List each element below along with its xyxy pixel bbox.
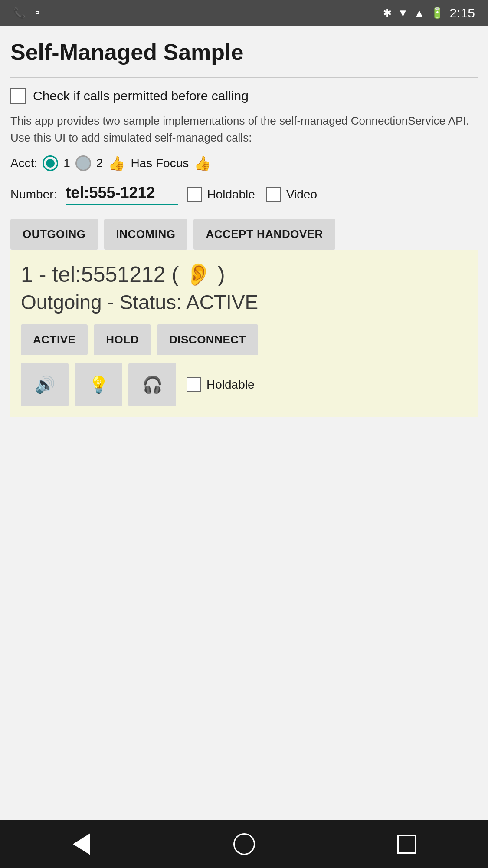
video-label: Video — [286, 188, 317, 201]
icon-buttons-row: 🔊 💡 🎧 Holdable — [21, 363, 467, 406]
recent-icon — [397, 835, 416, 854]
back-button[interactable] — [64, 827, 99, 861]
headphones-button[interactable]: 🎧 — [128, 363, 176, 406]
thumbsup1-icon: 👍 — [108, 155, 125, 172]
disconnect-button[interactable]: DISCONNECT — [157, 324, 258, 355]
description-text: This app provides two sample implementat… — [10, 112, 478, 146]
holdable-checkbox[interactable] — [187, 187, 202, 202]
acct1-num: 1 — [63, 156, 70, 170]
call-status-text: Outgoing - Status: ACTIVE — [21, 290, 467, 314]
status-bar-right: ✱ ▼ ▲ 🔋 2:15 — [383, 6, 475, 20]
home-icon — [233, 833, 255, 855]
main-content: Self-Managed Sample Check if calls permi… — [0, 26, 488, 820]
number-label: Number: — [10, 188, 57, 201]
incoming-button[interactable]: INCOMING — [104, 219, 188, 250]
wifi-icon: ▼ — [398, 7, 408, 19]
sync-icon: ⚬ — [33, 7, 42, 19]
bulb-icon: 💡 — [88, 375, 109, 394]
bulb-button[interactable]: 💡 — [75, 363, 122, 406]
checkbox-row[interactable]: Check if calls permitted before calling — [10, 88, 478, 104]
status-time: 2:15 — [450, 6, 475, 20]
card-holdable-checkbox[interactable] — [187, 377, 201, 392]
call-number-text: 1 - tel:5551212 ( 👂 ) — [21, 262, 467, 287]
acct-row: Acct: 1 2 👍 Has Focus 👍 — [10, 155, 478, 172]
battery-icon: 🔋 — [431, 7, 444, 19]
call-action-buttons: ACTIVE HOLD DISCONNECT — [21, 324, 467, 355]
acct2-radio[interactable] — [75, 155, 91, 171]
holdable-row: Holdable Video — [187, 187, 317, 202]
headphones-icon: 🎧 — [142, 375, 163, 394]
acct2-num: 2 — [96, 156, 103, 170]
outgoing-button[interactable]: OUTGOING — [10, 219, 98, 250]
action-buttons: OUTGOING INCOMING ACCEPT HANDOVER — [10, 219, 478, 250]
active-button[interactable]: ACTIVE — [21, 324, 88, 355]
acct-label: Acct: — [10, 156, 37, 170]
divider — [10, 77, 478, 78]
home-button[interactable] — [227, 827, 262, 861]
recent-button[interactable] — [390, 827, 424, 861]
status-bar-left: 📞 ⚬ — [13, 7, 42, 19]
app-title: Self-Managed Sample — [10, 39, 478, 65]
card-holdable-label: Holdable — [206, 378, 255, 392]
number-input[interactable] — [66, 184, 178, 205]
speaker-icon: 🔊 — [35, 375, 55, 394]
thumbsup2-icon: 👍 — [194, 155, 211, 172]
speaker-button[interactable]: 🔊 — [21, 363, 69, 406]
acct1-radio[interactable] — [43, 155, 58, 171]
permit-label: Check if calls permitted before calling — [33, 89, 249, 103]
has-focus-label: Has Focus — [131, 156, 189, 170]
bottom-nav — [0, 820, 488, 868]
permit-checkbox[interactable] — [10, 88, 26, 104]
voicemail-icon: 📞 — [13, 7, 26, 19]
holdable-label: Holdable — [207, 188, 255, 201]
accept-handover-button[interactable]: ACCEPT HANDOVER — [193, 219, 335, 250]
empty-space — [10, 417, 478, 820]
call-card: 1 - tel:5551212 ( 👂 ) Outgoing - Status:… — [10, 250, 478, 417]
hold-button[interactable]: HOLD — [94, 324, 151, 355]
signal-icon: ▲ — [414, 7, 425, 19]
status-bar: 📞 ⚬ ✱ ▼ ▲ 🔋 2:15 — [0, 0, 488, 26]
bluetooth-icon: ✱ — [383, 7, 392, 19]
number-row: Number: Holdable Video — [10, 184, 478, 205]
holdable-inline: Holdable — [187, 377, 255, 392]
video-checkbox[interactable] — [266, 187, 281, 202]
back-icon — [73, 833, 90, 855]
